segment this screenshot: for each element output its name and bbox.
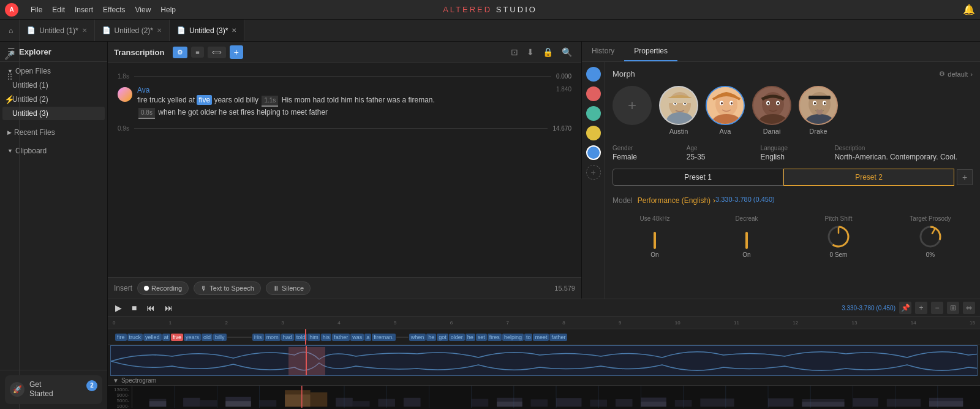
word-token-his[interactable]: his xyxy=(321,334,332,341)
minimize-icon[interactable]: ⊡ xyxy=(508,45,521,59)
tab-properties[interactable]: Properties xyxy=(624,42,677,61)
default-button[interactable]: ⚙ default › xyxy=(939,70,973,78)
word-token-truck[interactable]: truck xyxy=(127,334,143,341)
tab-home[interactable]: ⌂ xyxy=(2,20,20,41)
notification-bell-icon[interactable]: 🔔 xyxy=(963,4,975,15)
menu-view[interactable]: View xyxy=(130,0,156,19)
menu-insert[interactable]: Insert xyxy=(70,0,98,19)
next-button[interactable]: ⏭ xyxy=(162,302,176,314)
spectrogram-caret-icon[interactable]: ▼ xyxy=(113,377,119,384)
word-token-old[interactable]: old xyxy=(202,334,213,341)
voice-austin-avatar xyxy=(659,86,698,125)
word-token-five[interactable]: five xyxy=(171,334,183,341)
word-token-a[interactable]: a xyxy=(364,334,371,341)
lightning-icon[interactable]: ⚡ xyxy=(1,91,18,108)
word-token-mom[interactable]: mom xyxy=(265,334,281,341)
zoom-full-icon[interactable]: ⇔ xyxy=(963,302,975,314)
spectrogram-header: ▼ Spectrogram xyxy=(108,376,980,386)
microphone-icon[interactable]: 🎤 xyxy=(1,47,18,64)
word-token-got[interactable]: got xyxy=(437,334,448,341)
fit-view-icon[interactable]: ⊞ xyxy=(947,302,959,314)
recent-files-label: Recent Files xyxy=(14,128,55,137)
tab-3[interactable]: 📄 Untitled (3)* ✕ xyxy=(170,20,244,41)
menu-help[interactable]: Help xyxy=(156,0,181,19)
search-icon[interactable]: 🔍 xyxy=(559,45,575,59)
tab-1[interactable]: 📄 Untitled (1)* ✕ xyxy=(20,20,94,41)
knob-48khz-bar[interactable] xyxy=(654,232,656,249)
word-token-him[interactable]: him xyxy=(307,334,320,341)
insert-silence-button[interactable]: ⏸ Silence xyxy=(266,281,311,295)
insert-recording-button[interactable]: Recording xyxy=(137,281,189,295)
word-token-he[interactable]: he xyxy=(426,334,436,341)
ruler-mark-7: 7 xyxy=(506,320,508,326)
menu-file[interactable]: File xyxy=(26,0,47,19)
color-dot-blue-2[interactable] xyxy=(586,145,601,160)
word-token-set[interactable]: set xyxy=(476,334,487,341)
voice-drake-item[interactable]: Drake xyxy=(799,86,838,135)
preset-add-button[interactable]: + xyxy=(957,169,973,185)
knob-prosody-dial[interactable] xyxy=(918,224,943,249)
play-button[interactable]: ▶ xyxy=(113,302,124,314)
word-token-yelled[interactable]: yelled xyxy=(143,334,162,341)
menu-edit[interactable]: Edit xyxy=(47,0,70,19)
tab-3-close-icon[interactable]: ✕ xyxy=(232,27,236,34)
word-token-fire[interactable]: fire xyxy=(115,334,127,341)
color-add-button[interactable]: + xyxy=(586,165,601,180)
user-icon[interactable]: 👤 xyxy=(1,407,18,409)
stop-button[interactable]: ■ xyxy=(129,302,139,314)
knob-decreak-bar[interactable] xyxy=(745,232,748,249)
download-icon[interactable]: ⬇ xyxy=(524,45,537,59)
grid-icon[interactable]: ⠿ xyxy=(1,69,18,86)
word-token-to[interactable]: to xyxy=(524,334,533,341)
voice-add-item[interactable]: + xyxy=(612,86,652,135)
word-token-had[interactable]: had xyxy=(281,334,294,341)
knob-pitch-dial[interactable] xyxy=(826,224,851,249)
word-highlight-five[interactable]: five xyxy=(197,95,212,105)
preset-2-button[interactable]: Preset 2 xyxy=(783,169,954,186)
word-token-fireman[interactable]: fireman. xyxy=(372,334,396,341)
word-token-His[interactable]: His xyxy=(252,334,264,341)
get-started-button[interactable]: 🚀 Get Started 2 xyxy=(5,375,102,404)
word-token-when[interactable]: when xyxy=(409,334,426,341)
svg-rect-49 xyxy=(311,392,328,407)
prev-button[interactable]: ⏮ xyxy=(144,302,157,314)
pin-zoom-icon[interactable]: 📌 xyxy=(899,302,911,314)
voice-danai-item[interactable]: Danai xyxy=(752,86,791,135)
model-value[interactable]: Performance (English) › xyxy=(638,196,715,205)
menu-effects[interactable]: Effects xyxy=(98,0,130,19)
word-token-older[interactable]: older xyxy=(449,334,465,341)
preset-1-button[interactable]: Preset 1 xyxy=(612,169,783,186)
word-token-meet[interactable]: meet xyxy=(533,334,549,341)
word-token-years[interactable]: years xyxy=(184,334,201,341)
austin-face-svg xyxy=(660,87,698,125)
voice-ava-item[interactable]: Ava xyxy=(706,86,745,135)
tab-history[interactable]: History xyxy=(582,42,624,61)
word-token-billy[interactable]: billy xyxy=(213,334,227,341)
zoom-in-button[interactable]: + xyxy=(915,302,927,314)
toolbar-btn-1[interactable]: ⚙ xyxy=(173,47,187,58)
tab-1-close-icon[interactable]: ✕ xyxy=(82,27,87,34)
word-token-helping[interactable]: helping xyxy=(502,334,524,341)
color-dot-teal[interactable] xyxy=(586,106,601,121)
word-token-was[interactable]: was xyxy=(350,334,364,341)
transcription-panel: Transcription ⚙ ≡ ⟺ + ⊡ ⬇ 🔒 🔍 1.8s xyxy=(108,42,582,299)
word-token-father[interactable]: father xyxy=(332,334,350,341)
tab-2-close-icon[interactable]: ✕ xyxy=(157,27,162,34)
word-token-he2[interactable]: he xyxy=(466,334,475,341)
lock-icon[interactable]: 🔒 xyxy=(540,45,556,59)
color-dot-blue[interactable] xyxy=(586,67,601,82)
toolbar-add-button[interactable]: + xyxy=(230,45,243,59)
word-token-father2[interactable]: father xyxy=(549,334,567,341)
transcript-text-1: fire truck yelled at five years old bill… xyxy=(137,94,551,119)
color-dot-yellow[interactable] xyxy=(586,126,601,140)
zoom-out-button[interactable]: − xyxy=(931,302,943,314)
tab-2[interactable]: 📄 Untitled (2)* ✕ xyxy=(95,20,170,41)
toolbar-btn-2[interactable]: ≡ xyxy=(191,47,203,58)
ruler-mark-10: 10 xyxy=(675,320,680,326)
word-token-at[interactable]: at xyxy=(162,334,171,341)
voice-austin-item[interactable]: Austin xyxy=(659,86,698,135)
insert-tts-button[interactable]: 🎙 Text to Speech xyxy=(194,281,261,295)
word-token-fires[interactable]: fires xyxy=(488,334,502,341)
toolbar-btn-3[interactable]: ⟺ xyxy=(208,47,226,58)
color-dot-red[interactable] xyxy=(586,86,601,101)
